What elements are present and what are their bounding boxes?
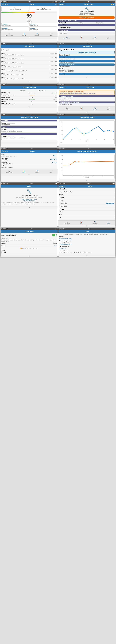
nav-title-2[interactable]: ECLIFI ▼ xyxy=(59,4,66,5)
nmhc-since-reset: This drive cycle xyxy=(24,92,40,94)
back-btn-5[interactable]: ‹ xyxy=(2,87,2,88)
ready-desc: Verify state/country specific inspection… xyxy=(60,93,114,94)
back-btn-7[interactable]: ‹ xyxy=(2,117,2,118)
col-drive-cycle: This drive cycle xyxy=(38,90,57,91)
nav-diagnostics-2[interactable]: 🔍Diagnostics xyxy=(93,36,98,40)
user-manual-link[interactable]: User manual xyxy=(59,248,114,250)
ecu-item[interactable]: Electronic Control Unit › xyxy=(59,190,114,194)
nav-extras-9[interactable]: ⋯Extras xyxy=(49,170,52,173)
nav-bar-9: ECLIFI ▼ Sensors xyxy=(1,150,58,153)
nav-sensors-2[interactable]: 📊Sensors xyxy=(80,36,83,40)
tutorial-title: Tutorial xyxy=(59,236,114,238)
dtc-item-5[interactable]: B0005 Generic - Body Collapsible Steerin… xyxy=(2,68,57,72)
search-input-3[interactable] xyxy=(5,49,56,51)
permanent-section: Permanent U0246 Generic - Network Lost C… xyxy=(2,133,57,140)
x-20: 20 xyxy=(96,139,97,140)
nav-tc-9[interactable]: ⚠Trouble Codes xyxy=(6,170,13,173)
dtc-desc-2: Driver Frontal Stage 2 Deployment Contro… xyxy=(2,58,57,60)
back-btn-3[interactable]: ‹ xyxy=(2,46,2,47)
lelink-row: LELINK xyxy=(2,252,57,254)
nav-sensors-6[interactable]: 📊Sensors xyxy=(80,107,83,110)
back-btn-14[interactable]: ‹ xyxy=(59,231,60,232)
dtc-c33cb[interactable]: C33CB Generic - Chassis ISO/SAE Reserved xyxy=(2,122,57,126)
device-label-1: Device xyxy=(2,243,6,244)
dtc-item-6[interactable]: B0010 Generic - Body Passenger Frontal S… xyxy=(2,72,57,76)
back-btn-11[interactable]: ‹ xyxy=(2,186,2,187)
nav-troublecodes-1[interactable]: ⚠Trouble Codes xyxy=(6,33,13,36)
nav-tc-12[interactable]: ⚠Trouble Codes xyxy=(64,221,70,224)
dtc-u0246[interactable]: U0246 Generic - Network Lost Communicati… xyxy=(2,135,57,140)
nav-extras-6[interactable]: ⋯Extras xyxy=(107,107,110,110)
battery-4: ■■■ xyxy=(112,44,114,45)
nav-extras-2[interactable]: ⋯Extras xyxy=(107,36,110,40)
other-item[interactable]: Other › xyxy=(59,210,114,214)
sensor-intake-row[interactable]: 0 °C Intake Air Temperature xyxy=(2,165,57,168)
nav-extras-12[interactable]: ⋯Extras xyxy=(107,221,110,224)
nav-extras-1[interactable]: ⋯Extras xyxy=(49,33,52,36)
battery-12: ■■■ xyxy=(112,183,114,184)
auto-connect-toggle[interactable] xyxy=(52,234,57,236)
battery-7: ■■■ xyxy=(55,114,57,116)
confirmed-count: Confirmed: 1 xyxy=(59,22,77,24)
back-btn-8[interactable]: ‹ xyxy=(59,117,60,118)
bluetooth-guide-link[interactable]: Bluetooth adapter guide xyxy=(59,244,114,245)
nav-sensors-1[interactable]: 📊Sensors xyxy=(22,33,26,36)
dtc-item-3[interactable]: B0003 Generic - Body Driver Frontal Stag… xyxy=(2,60,57,64)
nav-sensors-12[interactable]: 📊Sensors xyxy=(80,221,83,224)
bt-setup-link[interactable]: Bluetooth adapter first time setup... xyxy=(74,252,92,254)
nav-icons-2[interactable]: 🔔 ↺ xyxy=(111,4,114,5)
coolant-label: Engine Coolant Temperature xyxy=(31,9,56,10)
wifi-setup-link[interactable]: WiFi adapter first time setup xyxy=(59,252,74,254)
nav-diag-6[interactable]: 🔍Diagnostics xyxy=(93,107,98,110)
dtc-item-7[interactable]: B0011 Generic - Body Passenger Frontal S… xyxy=(2,76,57,80)
nav-diag-12[interactable]: 🔍Diagnostics xyxy=(93,221,98,224)
device-done[interactable]: Done xyxy=(54,245,57,246)
reset-button[interactable]: Reset trouble codes and MIL xyxy=(59,16,114,19)
ecu-arrow: › xyxy=(114,191,114,193)
sensor-rpm-row[interactable]: 2901 RPM Engine RPM 1981 RPM xyxy=(2,157,57,161)
dtc-item-1[interactable]: B0001 Generic - Body Driver Frontal Stag… xyxy=(2,52,57,56)
x-30: 30 xyxy=(113,139,114,140)
pending-title: Pending xyxy=(2,126,57,128)
nav-title-9[interactable]: ECLIFI ▼ xyxy=(2,150,8,152)
nav-gear-icon[interactable]: ⚙ xyxy=(55,4,57,5)
cy-10: 10 xyxy=(60,171,63,172)
obd-title: ON-BOARD DIAGNOSTIC MONITORS xyxy=(59,102,114,103)
preferences-item[interactable]: Preferences › xyxy=(59,205,114,208)
nav-diag-9[interactable]: 🔍Diagnostics xyxy=(35,170,40,173)
nav-title-1[interactable]: ECLIFI ▼ xyxy=(2,4,8,5)
dtc-b1956-desc: Upgrade to get manufacturer specific cod… xyxy=(2,130,56,132)
back-btn-4[interactable]: ‹ xyxy=(59,46,60,47)
screen-label-14: 14 xyxy=(58,254,115,256)
sensor-coolant-row[interactable]: 20 °C Engine Coolant Temperature 20 °C xyxy=(2,154,57,157)
connectivity-item[interactable]: Connectivity Connectivity xyxy=(59,202,114,205)
nav-title-6[interactable]: ECLIFI ▼ xyxy=(59,87,66,88)
search-bar-3[interactable]: 🔍 xyxy=(2,49,57,52)
sensor-speed-row[interactable]: 19 km/h Vehicle Speed Sensor 59 km/h xyxy=(2,161,57,165)
carrier-6: 中国移动 令 xyxy=(59,84,65,86)
back-btn-10[interactable]: ‹ xyxy=(59,151,60,152)
sensor-pro-2: only in Pro xyxy=(59,60,114,62)
screen-11: 中国移动 令 14:06 ■■■ ‹ About 🔧 OBD Auto Doct… xyxy=(1,182,58,227)
ready-section: Ready for Inspection: Check manually Ver… xyxy=(59,90,114,95)
first-time-tutorial-link[interactable]: Start the first time tutorial xyxy=(59,238,114,240)
nav-sensors-9[interactable]: 📊Sensors xyxy=(22,170,26,173)
nox-status: Disabled xyxy=(40,94,57,96)
about-email[interactable]: support@obdautodoctor.com xyxy=(2,199,57,200)
nav-troublecodes-2[interactable]: ⚠Trouble Codes xyxy=(64,36,70,40)
dtc-b1956[interactable]: B1956 Unknown - Body Upgrade to get manu… xyxy=(2,128,57,132)
vehicle-item[interactable]: Vehicle › xyxy=(59,208,114,210)
back-btn-13[interactable]: ‹ xyxy=(2,231,2,232)
pro-box-3: only in Pro Fuel Pressure (Vacuum) xyxy=(2,27,29,31)
about-website[interactable]: www.obdautodoctor.com xyxy=(2,200,57,201)
settings-item[interactable]: Settings › xyxy=(59,196,114,199)
dtc-item-2[interactable]: B0002 Generic - Body Driver Frontal Stag… xyxy=(2,56,57,60)
wifi-guide-link[interactable]: WiFi adapter guide xyxy=(59,242,69,244)
nav-tc-6[interactable]: ⚠Trouble Codes xyxy=(64,107,70,110)
help-item[interactable]: 10 › xyxy=(59,216,114,219)
dtc-item-4[interactable]: B0004 Generic - Body Driver Knee Bolster… xyxy=(2,64,57,68)
pro-label-4: Fuel Level Input xyxy=(30,29,56,30)
nav-diagnostics-1[interactable]: 🔍Diagnostics xyxy=(35,33,40,36)
dtc-code-2: B0002 xyxy=(2,57,5,58)
nav-title-12[interactable]: ECLIFI ▼ xyxy=(59,185,66,187)
